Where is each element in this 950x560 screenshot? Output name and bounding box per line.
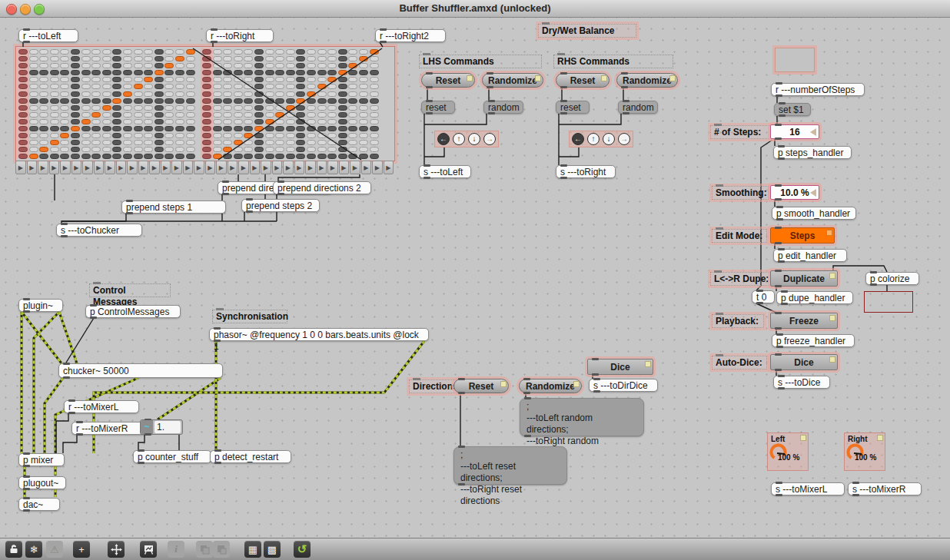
step-cell[interactable]	[359, 70, 368, 75]
step-cell[interactable]	[175, 126, 184, 131]
step-cell[interactable]	[81, 147, 91, 152]
step-cell[interactable]	[359, 140, 368, 145]
step-cell[interactable]	[275, 105, 284, 111]
reset-directions-message[interactable]: ; ---toLeft reset directions; ---toRight…	[453, 446, 567, 485]
step-cell[interactable]	[265, 91, 274, 97]
step-cell[interactable]	[123, 154, 132, 159]
receive-numberofsteps-object[interactable]: r ---numberOfSteps	[771, 83, 865, 96]
position-cell[interactable]	[18, 147, 28, 152]
step-cell[interactable]	[71, 49, 80, 55]
step-cell[interactable]	[370, 133, 379, 138]
send-toleft-object[interactable]: s ---toLeft	[419, 165, 471, 178]
left-arrow-button[interactable]: ←	[572, 133, 584, 145]
step-cell[interactable]	[81, 133, 91, 138]
step-cell[interactable]	[244, 84, 253, 89]
step-cell[interactable]	[223, 49, 232, 55]
step-cell[interactable]	[154, 105, 164, 111]
step-cell[interactable]	[244, 154, 253, 159]
step-cell[interactable]	[213, 98, 222, 104]
position-cell[interactable]	[18, 112, 28, 118]
step-cell[interactable]	[91, 105, 101, 111]
step-cell[interactable]	[29, 91, 38, 97]
step-cell[interactable]	[102, 140, 111, 145]
step-cell[interactable]	[348, 147, 357, 152]
step-cell[interactable]	[265, 154, 274, 159]
step-cell[interactable]	[234, 84, 243, 89]
step-cell[interactable]	[307, 98, 316, 104]
step-cell[interactable]	[254, 126, 264, 131]
step-cell[interactable]	[123, 105, 132, 111]
step-cell[interactable]	[60, 147, 69, 152]
step-cell[interactable]	[91, 112, 101, 118]
step-cell[interactable]	[164, 126, 174, 131]
rhs-reset-button[interactable]: Reset	[556, 73, 610, 88]
step-cell[interactable]	[50, 112, 59, 118]
step-grid-right[interactable]	[202, 49, 379, 159]
step-cell[interactable]	[244, 70, 253, 75]
step-cell[interactable]	[275, 112, 284, 118]
step-cell[interactable]	[338, 112, 347, 118]
step-cell[interactable]	[164, 105, 174, 111]
step-cell[interactable]	[175, 56, 184, 61]
step-cell[interactable]	[327, 105, 337, 111]
step-cell[interactable]	[29, 63, 38, 68]
step-cell[interactable]	[370, 98, 379, 104]
lhs-direction-selector[interactable]: ←↑↓→	[435, 131, 498, 147]
step-cell[interactable]	[112, 56, 121, 61]
step-cell[interactable]	[123, 77, 132, 82]
steps-handler-subpatcher[interactable]: p steps_handler	[773, 146, 852, 159]
step-cell[interactable]	[123, 98, 132, 104]
step-cell[interactable]	[175, 91, 184, 97]
step-cell[interactable]	[144, 154, 153, 159]
step-cell[interactable]	[123, 126, 132, 131]
step-cell[interactable]	[186, 70, 195, 75]
step-cell[interactable]	[29, 154, 38, 159]
step-cell[interactable]	[275, 49, 284, 55]
step-cell[interactable]	[123, 91, 132, 97]
step-cell[interactable]	[175, 49, 184, 55]
step-cell[interactable]	[102, 154, 111, 159]
step-cell[interactable]	[244, 119, 253, 124]
play-direction-icon[interactable]: ▶	[228, 161, 238, 174]
step-cell[interactable]	[307, 56, 316, 61]
step-cell[interactable]	[112, 84, 121, 89]
step-cell[interactable]	[81, 49, 91, 55]
play-direction-icon[interactable]: ▶	[283, 161, 294, 174]
play-direction-icon[interactable]: ▶	[327, 161, 338, 174]
step-cell[interactable]	[175, 154, 184, 159]
step-cell[interactable]	[60, 112, 69, 118]
step-cell[interactable]	[307, 63, 316, 68]
step-cell[interactable]	[286, 140, 295, 145]
position-cell[interactable]	[202, 98, 211, 104]
step-cell[interactable]	[123, 49, 132, 55]
synchronisation-label[interactable]: Synchronisation	[212, 310, 287, 323]
step-cell[interactable]	[359, 49, 368, 55]
step-cell[interactable]	[275, 70, 284, 75]
step-cell[interactable]	[186, 63, 195, 68]
step-cell[interactable]	[223, 112, 232, 118]
position-cell[interactable]	[202, 133, 211, 138]
step-cell[interactable]	[234, 91, 243, 97]
step-cell[interactable]	[296, 140, 305, 145]
step-cell[interactable]	[39, 133, 48, 138]
step-cell[interactable]	[275, 119, 284, 124]
left-arrow-button[interactable]: ←	[437, 133, 450, 145]
step-cell[interactable]	[102, 70, 111, 75]
step-cell[interactable]	[102, 84, 111, 89]
play-direction-icon[interactable]: ▶	[250, 161, 261, 174]
smooth-handler-subpatcher[interactable]: p smooth_handler	[772, 207, 856, 220]
step-cell[interactable]	[102, 147, 111, 152]
step-cell[interactable]	[317, 91, 327, 97]
step-cell[interactable]	[112, 49, 121, 55]
step-cell[interactable]	[81, 63, 91, 68]
step-cell[interactable]	[123, 56, 132, 61]
step-cell[interactable]	[348, 98, 357, 104]
step-cell[interactable]	[102, 63, 111, 68]
send-tochucker-object[interactable]: s ---toChucker	[56, 224, 142, 237]
step-cell[interactable]	[154, 91, 164, 97]
step-cell[interactable]	[234, 77, 243, 82]
position-cell[interactable]	[18, 77, 28, 82]
step-cell[interactable]	[60, 70, 69, 75]
step-cell[interactable]	[91, 70, 101, 75]
step-cell[interactable]	[123, 112, 132, 118]
